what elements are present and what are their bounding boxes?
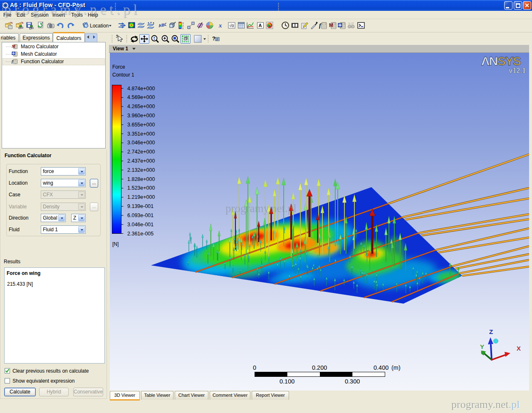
- svg-text:3.046e+000: 3.046e+000: [127, 140, 155, 146]
- svg-text:4.569e+000: 4.569e+000: [127, 94, 155, 100]
- svg-text:1: 1: [182, 27, 184, 30]
- svg-text:0: 0: [253, 364, 256, 371]
- svg-text:v12.1: v12.1: [509, 67, 526, 74]
- svg-text:2: 2: [352, 22, 354, 25]
- svg-text:2.132e+000: 2.132e+000: [127, 167, 155, 173]
- svg-text:?: ?: [212, 35, 215, 42]
- svg-text:ΛN: ΛN: [481, 54, 497, 68]
- svg-text:9.139e-001: 9.139e-001: [127, 203, 153, 209]
- svg-text:6.093e-001: 6.093e-001: [127, 213, 153, 218]
- svg-text:ABC: ABC: [158, 22, 166, 28]
- svg-text:0.200: 0.200: [312, 364, 327, 371]
- svg-text:Force: Force: [112, 64, 125, 70]
- svg-text:programy.net.pl: programy.net.pl: [225, 202, 297, 215]
- svg-text:2.361e-005: 2.361e-005: [127, 231, 153, 237]
- svg-text:Z: Z: [489, 328, 493, 335]
- svg-text:1.828e+000: 1.828e+000: [127, 176, 155, 182]
- svg-text:M: M: [12, 44, 16, 49]
- svg-text:0.300: 0.300: [345, 378, 360, 385]
- svg-text:0.100: 0.100: [280, 378, 294, 385]
- svg-text:f: f: [319, 22, 322, 29]
- svg-text:[N]: [N]: [112, 241, 119, 247]
- svg-text:(m): (m): [391, 364, 401, 371]
- svg-text:X: X: [517, 345, 521, 352]
- svg-text:SYS: SYS: [497, 54, 521, 68]
- svg-text:0.400: 0.400: [374, 364, 388, 371]
- svg-text:√α: √α: [229, 23, 234, 28]
- svg-text:1.523e+000: 1.523e+000: [127, 185, 155, 191]
- svg-text:A: A: [259, 23, 262, 28]
- svg-text:3.655e+000: 3.655e+000: [127, 122, 155, 128]
- svg-text:2.437e+000: 2.437e+000: [127, 158, 155, 164]
- svg-text:Y: Y: [480, 343, 484, 350]
- svg-text:3.960e+000: 3.960e+000: [127, 113, 155, 119]
- svg-text:1: 1: [348, 22, 350, 25]
- svg-text:4.265e+000: 4.265e+000: [127, 104, 155, 109]
- svg-text:1.219e+000: 1.219e+000: [127, 194, 155, 200]
- svg-text:Contour 1: Contour 1: [112, 72, 134, 78]
- svg-text:3.046e-001: 3.046e-001: [127, 222, 153, 228]
- svg-text:x: x: [218, 22, 222, 29]
- svg-text:2.742e+000: 2.742e+000: [127, 149, 155, 155]
- svg-text:M: M: [329, 22, 333, 28]
- svg-text:3.351e+000: 3.351e+000: [127, 131, 155, 137]
- svg-text:4.874e+000: 4.874e+000: [127, 86, 155, 92]
